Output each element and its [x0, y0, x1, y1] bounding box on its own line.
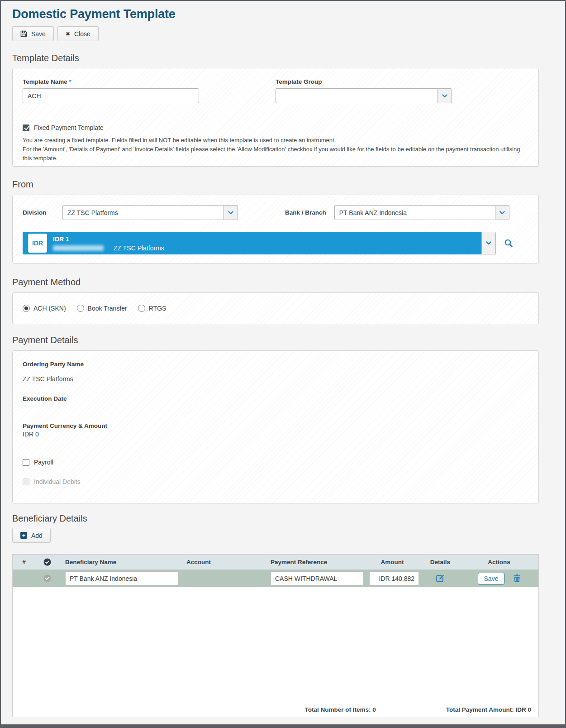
save-button-label: Save — [31, 30, 46, 38]
column-account: Account — [177, 559, 264, 565]
beneficiary-details-heading: Beneficiary Details — [12, 512, 554, 524]
payment-details-panel: Ordering Party Name ZZ TSC Platforms Exe… — [12, 350, 539, 503]
column-index: # — [13, 559, 35, 565]
toolbar: Save ✖ Close — [12, 26, 554, 41]
individual-debits-label: Individual Debits — [34, 478, 81, 485]
template-group-combobox — [276, 88, 452, 103]
save-icon — [20, 30, 27, 37]
from-heading: From — [12, 178, 554, 190]
beneficiary-table-footer: Total Number of Items: 0 Total Payment A… — [13, 702, 538, 717]
row-save-button[interactable]: Save — [478, 573, 505, 584]
account-search-button[interactable] — [504, 239, 513, 248]
close-button-label: Close — [74, 30, 90, 38]
check-circle-icon — [43, 575, 51, 582]
add-icon: + — [20, 532, 27, 539]
trash-icon — [514, 575, 520, 582]
from-panel: Division Bank / Branch IDR IDR 1 — [12, 195, 539, 263]
payment-details-heading: Payment Details — [12, 334, 554, 346]
column-details: Details — [421, 559, 460, 565]
template-details-heading: Template Details — [12, 52, 554, 64]
payroll-checkbox[interactable] — [23, 459, 29, 466]
account-number-redacted — [53, 245, 104, 251]
division-label: Division — [23, 209, 52, 216]
beneficiary-table-header: # Beneficiary Name Account Payment Refer… — [13, 555, 538, 570]
template-details-panel: Template Name * Template Group Fixed Pay… — [12, 68, 539, 167]
column-actions: Actions — [460, 559, 538, 565]
fixed-payment-template-label: Fixed Payment Template — [34, 124, 104, 131]
template-group-dropdown-button[interactable] — [438, 88, 452, 103]
radio-button-icon — [138, 305, 145, 312]
required-asterisk: * — [69, 78, 71, 85]
template-group-label: Template Group — [276, 78, 452, 85]
row-details-button[interactable] — [436, 574, 445, 583]
column-select — [35, 558, 59, 566]
fixed-payment-template-checkbox[interactable] — [23, 125, 29, 131]
check-circle-icon — [43, 558, 51, 566]
close-icon: ✖ — [66, 31, 70, 37]
beneficiary-name-input[interactable] — [65, 571, 178, 585]
chevron-down-icon — [486, 241, 491, 245]
division-dropdown-button[interactable] — [224, 205, 238, 220]
payment-method-heading: Payment Method — [12, 276, 554, 288]
column-amount: Amount — [364, 559, 421, 565]
radio-ach-skn[interactable]: ACH (SKN) — [23, 305, 66, 312]
account-dropdown-button[interactable] — [481, 232, 496, 254]
row-select — [35, 575, 59, 582]
chevron-down-icon — [228, 211, 233, 215]
bank-branch-combobox — [334, 205, 509, 220]
fixed-template-note-line2: For the 'Amount', 'Details of Payment' a… — [23, 145, 528, 163]
fixed-template-note-line1: You are creating a fixed template. Field… — [23, 136, 528, 145]
page-title: Domestic Payment Template — [12, 6, 554, 22]
total-items: Total Number of Items: 0 — [304, 706, 376, 713]
template-name-input[interactable] — [23, 88, 199, 103]
template-group-input[interactable] — [276, 88, 438, 103]
radio-button-icon — [23, 305, 30, 312]
currency-badge: IDR — [28, 234, 47, 253]
bank-branch-dropdown-button[interactable] — [495, 205, 509, 220]
division-input[interactable] — [62, 205, 224, 220]
payment-reference-input[interactable] — [271, 571, 364, 585]
close-button[interactable]: ✖ Close — [57, 26, 99, 41]
beneficiary-table-empty-area — [13, 587, 538, 702]
save-button[interactable]: Save — [12, 26, 54, 41]
chevron-down-icon — [442, 94, 447, 98]
beneficiary-table-row: Save — [13, 570, 538, 587]
add-button-label: Add — [31, 532, 43, 539]
individual-debits-checkbox — [23, 479, 29, 485]
ordering-party-value: ZZ TSC Platforms — [23, 375, 528, 383]
radio-rtgs[interactable]: RTGS — [138, 305, 166, 312]
radio-book-transfer[interactable]: Book Transfer — [77, 305, 127, 312]
domestic-payment-template-page: Domestic Payment Template Save ✖ Close T… — [0, 0, 566, 728]
payment-method-panel: ACH (SKN) Book Transfer RTGS — [12, 292, 539, 324]
chevron-down-icon — [499, 211, 505, 215]
bank-branch-label: Bank / Branch — [285, 209, 326, 216]
column-payment-reference: Payment Reference — [264, 559, 364, 565]
currency-amount-label: Payment Currency & Amount — [23, 422, 528, 429]
template-name-label: Template Name * — [23, 78, 199, 85]
payroll-label: Payroll — [34, 459, 53, 466]
currency-amount-value: IDR 0 — [23, 431, 528, 438]
search-icon — [504, 239, 513, 248]
bank-branch-input[interactable] — [334, 205, 495, 220]
amount-input[interactable] — [369, 571, 419, 585]
beneficiary-table: # Beneficiary Name Account Payment Refer… — [12, 554, 539, 717]
account-division: ZZ TSC Platforms — [114, 244, 164, 252]
total-payment-amount: Total Payment Amount: IDR 0 — [446, 706, 531, 713]
row-delete-button[interactable] — [514, 575, 520, 582]
account-name: IDR 1 — [53, 235, 164, 243]
column-beneficiary-name: Beneficiary Name — [59, 559, 177, 565]
execution-date-label: Execution Date — [23, 395, 528, 402]
add-beneficiary-button[interactable]: + Add — [12, 528, 51, 543]
ordering-party-label: Ordering Party Name — [23, 361, 528, 368]
radio-button-icon — [77, 305, 84, 312]
edit-icon — [436, 574, 445, 583]
account-selector[interactable]: IDR IDR 1 ZZ TSC Platforms — [23, 232, 481, 254]
division-combobox — [62, 205, 238, 220]
